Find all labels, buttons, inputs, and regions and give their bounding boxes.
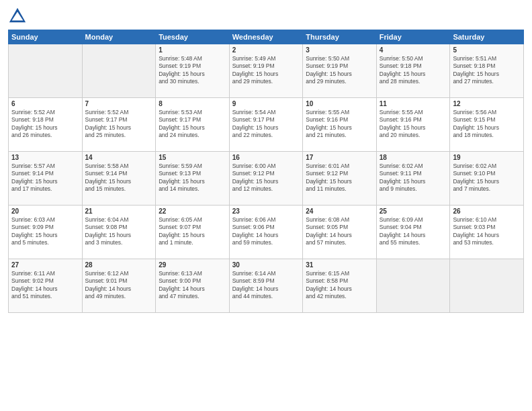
day-number: 24 xyxy=(306,208,373,215)
day-number: 18 xyxy=(380,154,447,161)
day-number: 16 xyxy=(232,154,300,161)
calendar-cell: 14Sunrise: 5:58 AM Sunset: 9:14 PM Dayli… xyxy=(82,152,156,205)
day-number: 2 xyxy=(232,46,300,54)
day-number: 8 xyxy=(159,100,226,107)
day-header: Sunday xyxy=(9,30,83,44)
calendar-cell: 1Sunrise: 5:48 AM Sunset: 9:19 PM Daylig… xyxy=(156,44,230,98)
day-number: 13 xyxy=(11,154,79,161)
day-info: Sunrise: 5:55 AM Sunset: 9:16 PM Dayligh… xyxy=(306,109,373,140)
calendar-cell: 8Sunrise: 5:53 AM Sunset: 9:17 PM Daylig… xyxy=(156,98,230,152)
calendar-cell: 10Sunrise: 5:55 AM Sunset: 9:16 PM Dayli… xyxy=(303,98,377,152)
calendar-cell: 23Sunrise: 6:06 AM Sunset: 9:06 PM Dayli… xyxy=(229,205,303,259)
calendar-cell: 30Sunrise: 6:14 AM Sunset: 8:59 PM Dayli… xyxy=(229,259,303,313)
day-header: Monday xyxy=(82,30,156,44)
calendar-cell: 16Sunrise: 6:00 AM Sunset: 9:12 PM Dayli… xyxy=(229,152,303,205)
day-info: Sunrise: 5:55 AM Sunset: 9:16 PM Dayligh… xyxy=(380,109,447,140)
calendar-cell: 3Sunrise: 5:50 AM Sunset: 9:19 PM Daylig… xyxy=(303,44,377,98)
calendar-cell: 12Sunrise: 5:56 AM Sunset: 9:15 PM Dayli… xyxy=(450,98,524,152)
day-info: Sunrise: 6:15 AM Sunset: 8:58 PM Dayligh… xyxy=(306,270,373,301)
day-number: 25 xyxy=(380,208,447,215)
day-info: Sunrise: 5:54 AM Sunset: 9:17 PM Dayligh… xyxy=(232,109,300,140)
day-number: 30 xyxy=(232,261,300,269)
calendar-cell: 6Sunrise: 5:52 AM Sunset: 9:18 PM Daylig… xyxy=(9,98,83,152)
calendar-cell: 17Sunrise: 6:01 AM Sunset: 9:12 PM Dayli… xyxy=(303,152,377,205)
day-info: Sunrise: 6:11 AM Sunset: 9:02 PM Dayligh… xyxy=(11,270,79,301)
calendar-cell xyxy=(82,44,156,98)
day-number: 12 xyxy=(453,100,521,107)
day-header: Friday xyxy=(376,30,450,44)
day-number: 19 xyxy=(453,154,521,161)
day-info: Sunrise: 6:12 AM Sunset: 9:01 PM Dayligh… xyxy=(85,270,153,301)
calendar-week-row: 1Sunrise: 5:48 AM Sunset: 9:19 PM Daylig… xyxy=(9,44,524,98)
day-number: 3 xyxy=(306,46,373,54)
day-number: 10 xyxy=(306,100,373,107)
day-header: Tuesday xyxy=(156,30,230,44)
calendar-cell: 21Sunrise: 6:04 AM Sunset: 9:08 PM Dayli… xyxy=(82,205,156,259)
day-info: Sunrise: 5:48 AM Sunset: 9:19 PM Dayligh… xyxy=(159,55,226,86)
day-header: Thursday xyxy=(303,30,377,44)
day-info: Sunrise: 5:56 AM Sunset: 9:15 PM Dayligh… xyxy=(453,109,521,140)
day-number: 9 xyxy=(232,100,300,107)
day-number: 20 xyxy=(11,208,79,215)
day-info: Sunrise: 5:59 AM Sunset: 9:13 PM Dayligh… xyxy=(159,163,226,193)
day-number: 28 xyxy=(85,261,153,269)
day-header: Saturday xyxy=(450,30,524,44)
calendar-cell: 18Sunrise: 6:02 AM Sunset: 9:11 PM Dayli… xyxy=(376,152,450,205)
logo xyxy=(8,7,30,26)
calendar-cell: 26Sunrise: 6:10 AM Sunset: 9:03 PM Dayli… xyxy=(450,205,524,259)
calendar-cell: 29Sunrise: 6:13 AM Sunset: 9:00 PM Dayli… xyxy=(156,259,230,313)
day-info: Sunrise: 6:10 AM Sunset: 9:03 PM Dayligh… xyxy=(453,216,521,247)
day-info: Sunrise: 5:52 AM Sunset: 9:17 PM Dayligh… xyxy=(85,109,153,140)
calendar-cell xyxy=(450,259,524,313)
day-number: 31 xyxy=(306,261,373,269)
day-info: Sunrise: 5:50 AM Sunset: 9:18 PM Dayligh… xyxy=(380,55,447,86)
day-info: Sunrise: 6:01 AM Sunset: 9:12 PM Dayligh… xyxy=(306,163,373,193)
day-info: Sunrise: 5:58 AM Sunset: 9:14 PM Dayligh… xyxy=(85,163,153,193)
day-number: 21 xyxy=(85,208,153,215)
logo-icon xyxy=(8,7,27,26)
day-number: 4 xyxy=(380,46,447,54)
day-info: Sunrise: 6:05 AM Sunset: 9:07 PM Dayligh… xyxy=(159,216,226,247)
day-number: 23 xyxy=(232,208,300,215)
day-number: 29 xyxy=(159,261,226,269)
header xyxy=(8,7,524,26)
day-info: Sunrise: 5:50 AM Sunset: 9:19 PM Dayligh… xyxy=(306,55,373,86)
calendar-cell: 20Sunrise: 6:03 AM Sunset: 9:09 PM Dayli… xyxy=(9,205,83,259)
day-info: Sunrise: 6:02 AM Sunset: 9:10 PM Dayligh… xyxy=(453,163,521,193)
day-number: 27 xyxy=(11,261,79,269)
day-number: 26 xyxy=(453,208,521,215)
day-info: Sunrise: 5:51 AM Sunset: 9:18 PM Dayligh… xyxy=(453,55,521,86)
day-number: 22 xyxy=(159,208,226,215)
calendar-cell: 4Sunrise: 5:50 AM Sunset: 9:18 PM Daylig… xyxy=(376,44,450,98)
day-info: Sunrise: 6:03 AM Sunset: 9:09 PM Dayligh… xyxy=(11,216,79,247)
calendar-cell: 19Sunrise: 6:02 AM Sunset: 9:10 PM Dayli… xyxy=(450,152,524,205)
day-info: Sunrise: 6:09 AM Sunset: 9:04 PM Dayligh… xyxy=(380,216,447,247)
calendar-cell: 27Sunrise: 6:11 AM Sunset: 9:02 PM Dayli… xyxy=(9,259,83,313)
day-number: 11 xyxy=(380,100,447,107)
day-number: 15 xyxy=(159,154,226,161)
calendar-cell: 24Sunrise: 6:08 AM Sunset: 9:05 PM Dayli… xyxy=(303,205,377,259)
day-number: 14 xyxy=(85,154,153,161)
calendar-week-row: 20Sunrise: 6:03 AM Sunset: 9:09 PM Dayli… xyxy=(9,205,524,259)
calendar-cell: 28Sunrise: 6:12 AM Sunset: 9:01 PM Dayli… xyxy=(82,259,156,313)
calendar-cell: 2Sunrise: 5:49 AM Sunset: 9:19 PM Daylig… xyxy=(229,44,303,98)
calendar-cell: 31Sunrise: 6:15 AM Sunset: 8:58 PM Dayli… xyxy=(303,259,377,313)
day-info: Sunrise: 6:00 AM Sunset: 9:12 PM Dayligh… xyxy=(232,163,300,193)
day-info: Sunrise: 5:57 AM Sunset: 9:14 PM Dayligh… xyxy=(11,163,79,193)
calendar-cell: 13Sunrise: 5:57 AM Sunset: 9:14 PM Dayli… xyxy=(9,152,83,205)
calendar-cell: 25Sunrise: 6:09 AM Sunset: 9:04 PM Dayli… xyxy=(376,205,450,259)
day-info: Sunrise: 6:14 AM Sunset: 8:59 PM Dayligh… xyxy=(232,270,300,301)
day-info: Sunrise: 6:06 AM Sunset: 9:06 PM Dayligh… xyxy=(232,216,300,247)
day-number: 1 xyxy=(159,46,226,54)
day-number: 6 xyxy=(11,100,79,107)
calendar-cell: 22Sunrise: 6:05 AM Sunset: 9:07 PM Dayli… xyxy=(156,205,230,259)
calendar-cell: 15Sunrise: 5:59 AM Sunset: 9:13 PM Dayli… xyxy=(156,152,230,205)
day-info: Sunrise: 5:49 AM Sunset: 9:19 PM Dayligh… xyxy=(232,55,300,86)
calendar-week-row: 13Sunrise: 5:57 AM Sunset: 9:14 PM Dayli… xyxy=(9,152,524,205)
day-number: 17 xyxy=(306,154,373,161)
calendar-cell: 9Sunrise: 5:54 AM Sunset: 9:17 PM Daylig… xyxy=(229,98,303,152)
day-number: 5 xyxy=(453,46,521,54)
calendar-cell xyxy=(376,259,450,313)
day-header: Wednesday xyxy=(229,30,303,44)
day-info: Sunrise: 6:04 AM Sunset: 9:08 PM Dayligh… xyxy=(85,216,153,247)
